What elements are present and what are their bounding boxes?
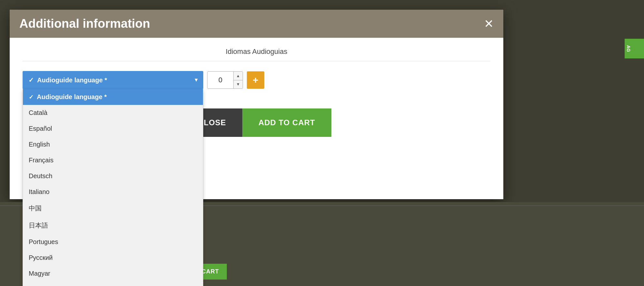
dropdown-option-deutsch[interactable]: Deutsch — [23, 168, 203, 184]
additional-info-modal: Additional information ✕ Idiomas Audiogu… — [10, 10, 503, 199]
dropdown-option-korean[interactable]: 한국어 — [23, 281, 203, 286]
modal-close-button[interactable]: ✕ — [484, 18, 494, 30]
dropdown-selected-label: Audioguide language * — [37, 77, 107, 84]
modal-header: Additional information ✕ — [10, 10, 503, 38]
checkmark-icon: ✓ — [28, 76, 34, 84]
selected-checkmark-icon: ✓ — [29, 94, 34, 101]
dropdown-option-espanol[interactable]: Español — [23, 121, 203, 137]
dropdown-option-chinese[interactable]: 中国 — [23, 200, 203, 217]
dropdown-option-japanese[interactable]: 日本語 — [23, 217, 203, 234]
language-dropdown[interactable]: ✓ Audioguide language * ▼ — [23, 71, 203, 89]
dropdown-option-audioguide[interactable]: ✓ Audioguide language * — [23, 89, 203, 105]
language-dropdown-container: ✓ Audioguide language * ▼ ✓ Audioguide l… — [23, 71, 203, 89]
quantity-down-button[interactable]: ▼ — [234, 80, 243, 89]
dropdown-arrow-icon: ▼ — [194, 77, 199, 83]
dropdown-option-english[interactable]: English — [23, 137, 203, 152]
language-dropdown-list: ✓ Audioguide language * Català Español E… — [23, 89, 203, 286]
dropdown-option-catala[interactable]: Català — [23, 105, 203, 121]
section-title: Idiomas Audioguias — [23, 47, 490, 56]
quantity-arrows: ▲ ▼ — [233, 72, 243, 88]
dropdown-option-russian[interactable]: Русский — [23, 250, 203, 266]
dropdown-option-label: Audioguide language * — [37, 93, 107, 101]
modal-body: Idiomas Audioguias ✓ Audioguide language… — [10, 38, 503, 199]
dropdown-option-francais[interactable]: Français — [23, 152, 203, 168]
dropdown-option-italiano[interactable]: Italiano — [23, 184, 203, 200]
dropdown-option-portugues[interactable]: Portugues — [23, 234, 203, 250]
add-to-cart-button[interactable]: ADD TO CART — [242, 108, 331, 137]
quantity-spinner: 0 ▲ ▼ — [207, 71, 243, 89]
quantity-up-button[interactable]: ▲ — [234, 72, 243, 80]
quantity-input[interactable]: 0 — [207, 72, 233, 88]
plus-button[interactable]: + — [247, 71, 264, 89]
dropdown-option-magyar[interactable]: Magyar — [23, 266, 203, 281]
bg-right-badge: AG — [625, 39, 644, 58]
section-divider — [23, 61, 490, 61]
modal-title: Additional information — [19, 17, 150, 31]
product-row: ✓ Audioguide language * ▼ ✓ Audioguide l… — [23, 71, 490, 89]
